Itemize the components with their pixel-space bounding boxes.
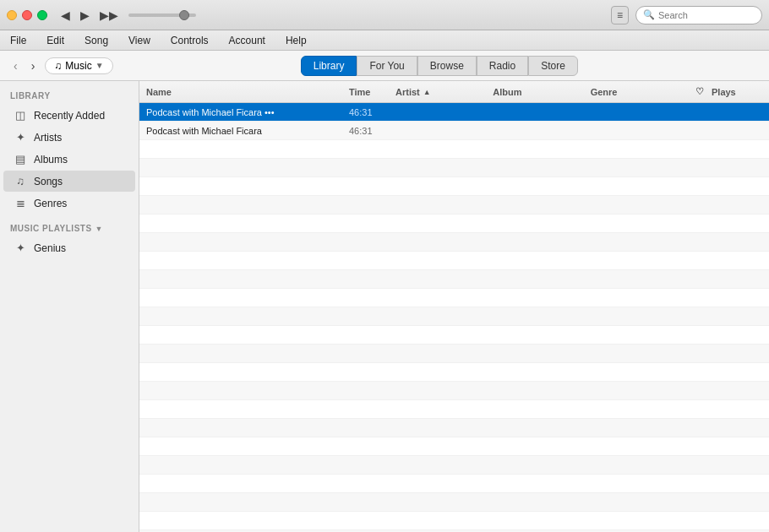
col-header-genre[interactable]: Genre xyxy=(591,87,688,97)
table-row[interactable] xyxy=(139,345,769,363)
table-row[interactable] xyxy=(139,400,769,419)
back-button[interactable]: ◀ xyxy=(57,7,74,24)
recently-added-icon: ◫ xyxy=(14,109,27,122)
sidebar-albums-label: Albums xyxy=(34,154,125,166)
sidebar-item-genius[interactable]: ✦ Genius xyxy=(3,237,135,258)
col-header-album[interactable]: Album xyxy=(493,87,590,97)
menu-account[interactable]: Account xyxy=(226,33,269,48)
songs-icon: ♫ xyxy=(14,175,27,187)
table-row[interactable] xyxy=(139,326,769,345)
table-row[interactable] xyxy=(139,475,769,493)
table-row[interactable] xyxy=(139,493,769,512)
sidebar-item-genres[interactable]: ≣ Genres xyxy=(3,193,135,214)
table-body: Podcast with Michael Ficara ••• 46:31 Po… xyxy=(139,103,769,532)
sort-arrow-icon: ▲ xyxy=(423,88,431,96)
play-button[interactable]: ▶ xyxy=(77,7,93,24)
sidebar-item-artists[interactable]: ✦ Artists xyxy=(3,127,135,148)
table-row[interactable] xyxy=(139,363,769,382)
genres-icon: ≣ xyxy=(14,197,27,209)
nav-bar: ‹ › ♫ Music ▼ Library For You Browse Rad… xyxy=(0,51,769,81)
table-row[interactable] xyxy=(139,177,769,196)
sidebar-item-songs[interactable]: ♫ Songs xyxy=(3,171,135,192)
chevron-down-icon: ▼ xyxy=(95,61,104,70)
search-box[interactable]: 🔍 xyxy=(635,6,762,24)
location-pill[interactable]: ♫ Music ▼ xyxy=(45,57,112,74)
table-row[interactable] xyxy=(139,159,769,177)
sidebar-songs-label: Songs xyxy=(34,176,125,187)
table-row[interactable] xyxy=(139,382,769,400)
table-row[interactable] xyxy=(139,307,769,326)
sidebar-genius-label: Genius xyxy=(34,242,125,254)
menu-help[interactable]: Help xyxy=(282,33,310,48)
albums-icon: ▤ xyxy=(14,153,27,166)
menu-view[interactable]: View xyxy=(125,33,154,48)
table-row[interactable] xyxy=(139,456,769,475)
table-row[interactable] xyxy=(139,419,769,437)
sidebar: Library ◫ Recently Added ✦ Artists ▤ Alb… xyxy=(0,81,139,532)
genius-icon: ✦ xyxy=(14,242,27,254)
tab-browse[interactable]: Browse xyxy=(417,56,477,76)
playlists-section: Music Playlists ▼ ✦ Genius xyxy=(0,220,139,258)
table-row[interactable] xyxy=(139,270,769,289)
search-input[interactable] xyxy=(658,10,755,20)
menu-controls[interactable]: Controls xyxy=(167,33,212,48)
forward-button[interactable]: ▶▶ xyxy=(96,7,122,24)
nav-back-button[interactable]: ‹ xyxy=(10,57,21,74)
table-row[interactable] xyxy=(139,196,769,214)
sidebar-artists-label: Artists xyxy=(34,132,125,144)
table-row[interactable]: Podcast with Michael Ficara ••• 46:31 xyxy=(139,103,769,122)
sidebar-genres-label: Genres xyxy=(34,198,125,209)
menu-file[interactable]: File xyxy=(7,33,30,48)
title-bar: ◀ ▶ ▶▶ ≡ 🔍 xyxy=(0,0,769,30)
main-layout: Library ◫ Recently Added ✦ Artists ▤ Alb… xyxy=(0,81,769,532)
tab-for-you[interactable]: For You xyxy=(357,56,417,76)
row-2-time: 46:31 xyxy=(349,126,395,136)
content-area: Name Time Artist ▲ Album Genre ♡ Plays P… xyxy=(139,81,769,532)
menu-icon-button[interactable]: ≡ xyxy=(611,6,629,24)
menu-song[interactable]: Song xyxy=(81,33,112,48)
table-row[interactable] xyxy=(139,252,769,270)
row-1-time: 46:31 xyxy=(349,107,395,117)
col-header-artist[interactable]: Artist ▲ xyxy=(395,87,493,97)
table-row[interactable] xyxy=(139,140,769,159)
search-icon: 🔍 xyxy=(643,9,655,20)
music-note-icon: ♫ xyxy=(54,60,62,72)
table-row[interactable] xyxy=(139,512,769,530)
sidebar-item-recently-added[interactable]: ◫ Recently Added xyxy=(3,105,135,126)
window-controls xyxy=(7,10,47,20)
library-section-label: Library xyxy=(0,88,139,104)
nav-forward-button[interactable]: › xyxy=(28,57,39,74)
maximize-button[interactable] xyxy=(37,10,47,20)
menu-edit[interactable]: Edit xyxy=(43,33,68,48)
col-header-name[interactable]: Name xyxy=(146,87,349,97)
playlists-section-label: Music Playlists ▼ xyxy=(0,220,139,236)
tab-library[interactable]: Library xyxy=(301,56,357,76)
minimize-button[interactable] xyxy=(7,10,17,20)
table-row[interactable] xyxy=(139,289,769,307)
location-label: Music xyxy=(65,60,91,72)
row-1-name: Podcast with Michael Ficara ••• xyxy=(146,107,349,117)
close-button[interactable] xyxy=(22,10,32,20)
row-2-name: Podcast with Michael Ficara xyxy=(146,126,349,136)
tab-group: Library For You Browse Radio Store xyxy=(301,56,578,76)
table-row[interactable] xyxy=(139,233,769,252)
col-header-time[interactable]: Time xyxy=(349,87,395,97)
col-header-heart[interactable]: ♡ xyxy=(688,86,712,97)
progress-area[interactable] xyxy=(128,14,196,17)
tab-radio[interactable]: Radio xyxy=(477,56,528,76)
table-row[interactable]: Podcast with Michael Ficara 46:31 xyxy=(139,122,769,140)
table-header: Name Time Artist ▲ Album Genre ♡ Plays xyxy=(139,81,769,103)
progress-track[interactable] xyxy=(128,14,196,17)
col-header-plays[interactable]: Plays xyxy=(712,87,762,97)
table-row[interactable] xyxy=(139,214,769,233)
playlists-chevron-icon: ▼ xyxy=(95,225,103,233)
tab-store[interactable]: Store xyxy=(528,56,578,76)
sidebar-recently-added-label: Recently Added xyxy=(34,110,125,122)
artists-icon: ✦ xyxy=(14,131,27,144)
sidebar-item-albums[interactable]: ▤ Albums xyxy=(3,149,135,170)
menu-bar: File Edit Song View Controls Account Hel… xyxy=(0,30,769,51)
progress-thumb[interactable] xyxy=(179,10,189,20)
table-row[interactable] xyxy=(139,437,769,456)
transport-controls: ◀ ▶ ▶▶ xyxy=(57,7,122,24)
